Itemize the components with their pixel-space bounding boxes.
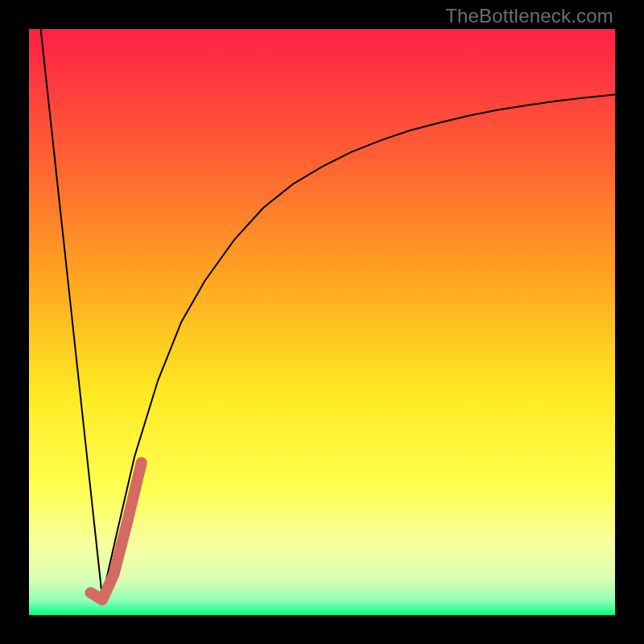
chart-frame: TheBottleneck.com — [0, 0, 644, 644]
chart-background-gradient — [29, 29, 615, 615]
chart-plot-area — [29, 29, 615, 615]
watermark-text: TheBottleneck.com — [445, 5, 613, 27]
chart-canvas — [29, 29, 615, 615]
